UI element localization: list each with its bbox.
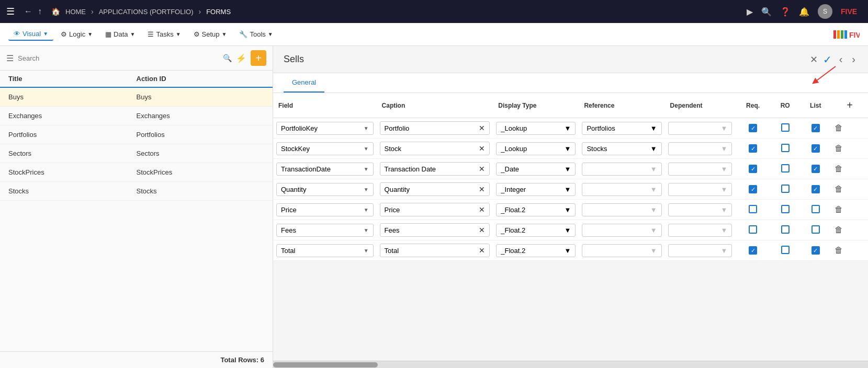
avatar[interactable]: S bbox=[818, 4, 832, 19]
applications-label[interactable]: APPLICATIONS (PORTFOLIO) bbox=[99, 8, 194, 16]
display-dropdown[interactable]: _Float.2 ▼ bbox=[496, 224, 576, 237]
field-dropdown[interactable]: Fees ▼ bbox=[276, 224, 374, 237]
delete-row-button[interactable]: 🗑 bbox=[835, 164, 843, 174]
list-checkbox[interactable] bbox=[811, 124, 820, 132]
list-checkbox[interactable] bbox=[811, 144, 820, 153]
ro-checkbox[interactable] bbox=[781, 144, 790, 152]
display-dropdown[interactable]: _Lookup ▼ bbox=[496, 122, 576, 135]
dependent-dropdown[interactable]: ▼ bbox=[668, 224, 732, 237]
dependent-dropdown[interactable]: ▼ bbox=[668, 203, 732, 216]
table-row[interactable]: Sectors Sectors bbox=[0, 144, 273, 163]
table-row[interactable]: Buys Buys bbox=[0, 88, 273, 107]
req-checkbox[interactable] bbox=[749, 225, 757, 234]
close-button[interactable]: ✕ bbox=[810, 54, 818, 65]
search-input[interactable] bbox=[18, 54, 219, 62]
reference-select[interactable]: ▼ bbox=[582, 163, 661, 176]
add-button[interactable]: + bbox=[251, 50, 266, 66]
field-dropdown[interactable]: Total ▼ bbox=[276, 244, 374, 257]
prev-button[interactable]: ‹ bbox=[837, 52, 845, 66]
caption-clear[interactable]: ✕ bbox=[479, 185, 485, 193]
delete-row-button[interactable]: 🗑 bbox=[835, 123, 843, 133]
help-icon[interactable]: ❓ bbox=[780, 7, 791, 17]
caption-input[interactable]: Stock ✕ bbox=[380, 142, 490, 155]
req-checkbox[interactable] bbox=[749, 185, 757, 193]
reference-select[interactable]: ▼ bbox=[582, 244, 661, 257]
display-dropdown[interactable]: _Integer ▼ bbox=[496, 183, 576, 196]
caption-clear[interactable]: ✕ bbox=[479, 246, 485, 255]
field-dropdown[interactable]: Quantity ▼ bbox=[276, 183, 374, 196]
req-checkbox[interactable] bbox=[749, 205, 757, 213]
up-button[interactable]: ↑ bbox=[38, 7, 42, 16]
search-icon[interactable]: 🔍 bbox=[223, 54, 232, 62]
list-checkbox[interactable] bbox=[811, 205, 820, 213]
req-checkbox[interactable] bbox=[749, 165, 757, 173]
hamburger-icon[interactable]: ☰ bbox=[6, 6, 15, 17]
caption-clear[interactable]: ✕ bbox=[479, 205, 485, 214]
field-dropdown[interactable]: TransactionDate ▼ bbox=[276, 163, 374, 176]
dependent-dropdown[interactable]: ▼ bbox=[668, 122, 732, 135]
display-dropdown[interactable]: _Lookup ▼ bbox=[496, 142, 576, 155]
play-icon[interactable]: ▶ bbox=[747, 7, 753, 17]
forms-label[interactable]: FORMS bbox=[206, 8, 231, 16]
table-row[interactable]: Portfolios Portfolios bbox=[0, 125, 273, 144]
caption-clear[interactable]: ✕ bbox=[479, 165, 485, 173]
home-label[interactable]: HOME bbox=[65, 8, 86, 16]
bell-icon[interactable]: 🔔 bbox=[799, 7, 809, 17]
ro-checkbox[interactable] bbox=[781, 225, 790, 234]
reference-select[interactable]: ▼ bbox=[582, 183, 661, 196]
reference-select[interactable]: ▼ bbox=[582, 224, 661, 237]
tab-tasks[interactable]: ☰ Tasks ▼ bbox=[142, 28, 186, 40]
search-top-icon[interactable]: 🔍 bbox=[761, 7, 772, 17]
reference-select[interactable]: Stocks ▼ bbox=[582, 142, 661, 155]
dependent-dropdown[interactable]: ▼ bbox=[668, 163, 732, 176]
tab-general[interactable]: General bbox=[284, 73, 324, 93]
tab-tools[interactable]: 🔧 Tools ▼ bbox=[234, 28, 278, 40]
field-dropdown[interactable]: PortfolioKey ▼ bbox=[276, 122, 374, 135]
req-checkbox[interactable] bbox=[749, 144, 757, 153]
caption-input[interactable]: Total ✕ bbox=[380, 244, 490, 257]
list-checkbox[interactable] bbox=[811, 246, 820, 255]
caption-input[interactable]: Fees ✕ bbox=[380, 223, 490, 237]
hamburger-list-icon[interactable]: ☰ bbox=[6, 53, 14, 63]
display-dropdown[interactable]: _Date ▼ bbox=[496, 163, 576, 176]
reference-select[interactable]: Portfolios ▼ bbox=[582, 122, 661, 135]
field-dropdown[interactable]: Price ▼ bbox=[276, 203, 374, 216]
scrollbar-thumb[interactable] bbox=[273, 362, 378, 367]
caption-input[interactable]: Quantity ✕ bbox=[380, 182, 490, 196]
caption-input[interactable]: Transaction Date ✕ bbox=[380, 162, 490, 176]
list-checkbox[interactable] bbox=[811, 185, 820, 193]
col-add[interactable]: + bbox=[831, 93, 868, 118]
caption-input[interactable]: Portfolio ✕ bbox=[380, 121, 490, 135]
caption-clear[interactable]: ✕ bbox=[479, 124, 485, 132]
list-checkbox[interactable] bbox=[811, 225, 820, 234]
ro-checkbox[interactable] bbox=[781, 123, 790, 132]
ro-checkbox[interactable] bbox=[781, 205, 790, 213]
back-button[interactable]: ← bbox=[24, 7, 32, 16]
table-row[interactable]: Stocks Stocks bbox=[0, 182, 273, 201]
add-row-button[interactable]: + bbox=[842, 97, 857, 113]
horizontal-scrollbar[interactable] bbox=[273, 361, 868, 368]
tab-logic[interactable]: ⚙ Logic ▼ bbox=[55, 28, 98, 40]
delete-row-button[interactable]: 🗑 bbox=[835, 144, 843, 153]
dependent-dropdown[interactable]: ▼ bbox=[668, 183, 732, 196]
ro-checkbox[interactable] bbox=[781, 185, 790, 193]
caption-input[interactable]: Price ✕ bbox=[380, 203, 490, 216]
tab-setup[interactable]: ⚙ Setup ▼ bbox=[188, 28, 232, 40]
confirm-button[interactable]: ✓ bbox=[823, 53, 832, 66]
tab-visual[interactable]: 👁 Visual ▼ bbox=[8, 28, 53, 41]
table-row[interactable]: StockPrices StockPrices bbox=[0, 163, 273, 182]
ro-checkbox[interactable] bbox=[781, 164, 790, 172]
req-checkbox[interactable] bbox=[749, 124, 757, 132]
delete-row-button[interactable]: 🗑 bbox=[835, 205, 843, 214]
list-checkbox[interactable] bbox=[811, 165, 820, 173]
delete-row-button[interactable]: 🗑 bbox=[835, 185, 843, 194]
delete-row-button[interactable]: 🗑 bbox=[835, 246, 843, 255]
display-dropdown[interactable]: _Float.2 ▼ bbox=[496, 244, 576, 257]
caption-clear[interactable]: ✕ bbox=[479, 226, 485, 234]
dependent-dropdown[interactable]: ▼ bbox=[668, 244, 732, 257]
table-row[interactable]: Exchanges Exchanges bbox=[0, 107, 273, 125]
caption-clear[interactable]: ✕ bbox=[479, 144, 485, 153]
field-dropdown[interactable]: StockKey ▼ bbox=[276, 142, 374, 155]
req-checkbox[interactable] bbox=[749, 246, 757, 255]
next-button[interactable]: › bbox=[850, 52, 858, 66]
